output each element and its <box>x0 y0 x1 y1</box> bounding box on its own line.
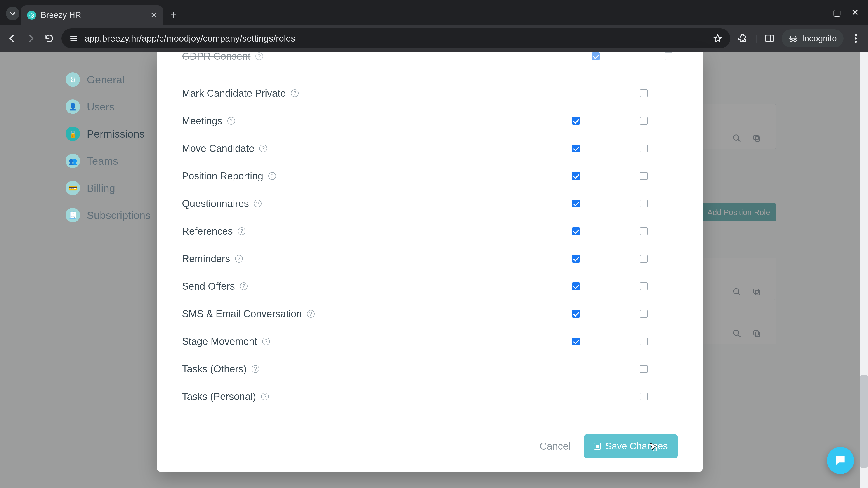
toolbar-separator: | <box>755 33 757 43</box>
site-settings-icon[interactable] <box>69 34 78 43</box>
save-changes-button[interactable]: Save Changes <box>584 434 678 458</box>
svg-point-1 <box>74 38 76 39</box>
help-icon[interactable]: ? <box>252 365 259 373</box>
permission-label: SMS & Email Conversation? <box>182 308 542 320</box>
checkbox-column <box>610 283 678 290</box>
permission-label: Send Offers? <box>182 281 542 292</box>
checkbox[interactable] <box>592 53 600 60</box>
permission-label: Reminders? <box>182 253 542 264</box>
help-icon[interactable]: ? <box>227 117 235 125</box>
checkbox[interactable] <box>640 393 648 400</box>
checkbox-column <box>542 310 610 318</box>
help-icon[interactable]: ? <box>268 172 276 180</box>
nav-back-icon[interactable] <box>6 32 19 45</box>
checkbox[interactable] <box>640 365 648 373</box>
browser-tab-active[interactable]: ◎ Breezy HR ✕ <box>21 5 163 25</box>
checkbox[interactable] <box>572 172 580 180</box>
checkbox-column <box>610 200 678 207</box>
intercom-launcher[interactable] <box>827 447 854 474</box>
page-scroll-thumb[interactable] <box>860 375 868 468</box>
permission-label: References? <box>182 225 542 237</box>
checkbox-column <box>610 255 678 263</box>
checkbox-column <box>610 117 678 125</box>
tabs-dropdown[interactable] <box>6 7 20 20</box>
checkbox[interactable] <box>572 144 580 152</box>
new-tab-button[interactable]: + <box>168 9 179 20</box>
checkbox[interactable] <box>640 283 648 290</box>
permission-row-gdpr-consent: GDPR Consent ? <box>157 51 703 62</box>
permission-row: Stage Movement? <box>182 328 678 355</box>
permission-row: Meetings? <box>182 107 678 135</box>
bookmark-star-icon[interactable] <box>713 33 723 43</box>
help-icon[interactable]: ? <box>262 337 270 345</box>
help-icon[interactable]: ? <box>291 90 299 97</box>
checkbox[interactable] <box>572 283 580 290</box>
tab-close-icon[interactable]: ✕ <box>151 11 157 20</box>
browser-tabbar: ◎ Breezy HR ✕ + — ▢ ✕ <box>0 0 868 25</box>
checkbox-column <box>542 283 610 290</box>
permission-label: Tasks (Personal)? <box>182 391 542 402</box>
incognito-badge[interactable]: Incognito <box>782 29 844 47</box>
checkbox[interactable] <box>572 227 580 235</box>
window-minimize-icon[interactable]: — <box>814 7 823 18</box>
permission-row: Position Reporting? <box>182 162 678 190</box>
checkbox[interactable] <box>640 117 648 125</box>
help-icon[interactable]: ? <box>235 255 243 263</box>
checkbox-column <box>542 255 610 263</box>
checkbox-column <box>610 90 678 97</box>
checkbox[interactable] <box>665 53 673 60</box>
checkbox[interactable] <box>640 227 648 235</box>
svg-rect-3 <box>766 35 773 41</box>
checkbox[interactable] <box>640 172 648 180</box>
permission-row: Reminders? <box>182 245 678 272</box>
checkbox[interactable] <box>640 255 648 263</box>
checkbox[interactable] <box>640 90 648 97</box>
permission-row: Move Candidate? <box>182 135 678 162</box>
checkbox-column <box>610 227 678 235</box>
checkbox[interactable] <box>572 310 580 318</box>
checkbox-column <box>610 365 678 373</box>
permission-label: Tasks (Others)? <box>182 363 542 375</box>
help-icon[interactable]: ? <box>259 144 267 152</box>
checkbox[interactable] <box>640 144 648 152</box>
svg-point-7 <box>855 41 857 43</box>
checkbox[interactable] <box>572 255 580 263</box>
checkbox[interactable] <box>572 200 580 207</box>
extensions-icon[interactable] <box>736 32 749 45</box>
permission-row: Mark Candidate Private? <box>182 79 678 107</box>
user-icon: 👤 <box>66 99 80 114</box>
permissions-modal: GDPR Consent ? Mark Candidate Private?Me… <box>157 52 703 471</box>
window-maximize-icon[interactable]: ▢ <box>833 7 841 18</box>
window-close-icon[interactable]: ✕ <box>851 7 859 18</box>
checkbox[interactable] <box>572 337 580 345</box>
browser-menu-icon[interactable] <box>849 32 862 45</box>
favicon-breezy-icon: ◎ <box>27 11 36 20</box>
help-icon[interactable]: ? <box>255 53 263 60</box>
address-bar[interactable]: app.breezy.hr/app/c/moodjoy/company/sett… <box>61 29 730 48</box>
help-icon[interactable]: ? <box>254 200 261 207</box>
help-icon[interactable]: ? <box>261 393 269 400</box>
checkbox[interactable] <box>640 200 648 207</box>
checkbox[interactable] <box>640 310 648 318</box>
browser-toolbar: app.breezy.hr/app/c/moodjoy/company/sett… <box>0 25 868 52</box>
checkbox-column <box>542 337 610 345</box>
help-icon[interactable]: ? <box>307 310 315 318</box>
nav-forward-icon[interactable] <box>24 32 37 45</box>
checkbox-column <box>610 310 678 318</box>
nav-reload-icon[interactable] <box>43 32 56 45</box>
page-scroll-track[interactable] <box>860 52 868 488</box>
checkbox-column <box>610 337 678 345</box>
receipt-icon: 🧾 <box>66 208 80 222</box>
sidepanel-icon[interactable] <box>763 32 776 45</box>
permission-row: References? <box>182 217 678 245</box>
checkbox[interactable] <box>640 337 648 345</box>
checkbox[interactable] <box>572 117 580 125</box>
help-icon[interactable]: ? <box>240 283 248 290</box>
help-icon[interactable]: ? <box>238 227 246 235</box>
checkbox-column <box>542 117 610 125</box>
cancel-button[interactable]: Cancel <box>540 441 571 452</box>
permission-row: Send Offers? <box>182 272 678 300</box>
svg-point-5 <box>855 34 857 36</box>
permission-row: Tasks (Personal)? <box>182 383 678 410</box>
checkbox-column <box>542 200 610 207</box>
